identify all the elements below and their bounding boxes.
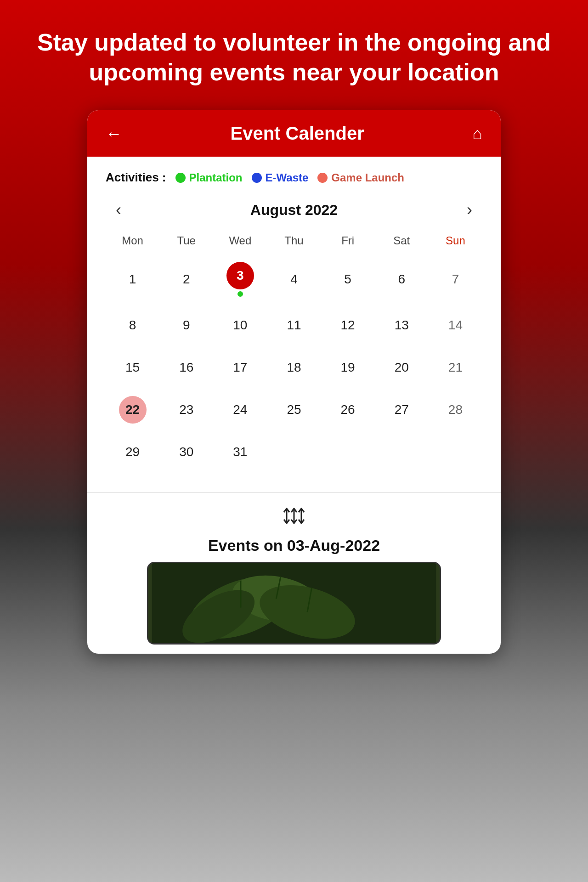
day-cell-21[interactable]: 21 [429, 347, 482, 388]
events-title: Events on 03-Aug-2022 [208, 537, 380, 554]
day-cell-empty-3 [375, 432, 429, 472]
day-cell-28[interactable]: 28 [429, 390, 482, 430]
month-nav: ‹ August 2022 › [106, 198, 482, 221]
ewaste-dot [252, 173, 262, 183]
day-cell-13[interactable]: 13 [375, 305, 429, 345]
plantation-label: Plantation [189, 171, 243, 184]
day-cell-3[interactable]: 3 [213, 255, 267, 303]
day-cell-4[interactable]: 4 [267, 255, 321, 303]
activity-game: Game Launch [317, 171, 404, 184]
day-cell-18[interactable]: 18 [267, 347, 321, 388]
month-label: August 2022 [250, 202, 338, 219]
back-button[interactable]: ← [106, 124, 122, 143]
event-dot-day3 [237, 291, 243, 297]
week-1: 1 2 3 4 5 6 7 [106, 255, 482, 303]
calendar-grid: Mon Tue Wed Thu Fri Sat Sun 1 2 3 4 5 6 … [106, 231, 482, 472]
calendar-body: Activities : Plantation E-Waste Game Lau… [87, 157, 501, 492]
card-header: ← Event Calender ⌂ [87, 110, 501, 157]
day-cell-24[interactable]: 24 [213, 390, 267, 430]
day-cell-empty-2 [321, 432, 375, 472]
day-cell-23[interactable]: 23 [159, 390, 213, 430]
day-cell-7[interactable]: 7 [429, 255, 482, 303]
day-cell-27[interactable]: 27 [375, 390, 429, 430]
day-cell-16[interactable]: 16 [159, 347, 213, 388]
day-cell-2[interactable]: 2 [159, 255, 213, 303]
day-cell-15[interactable]: 15 [106, 347, 159, 388]
day-cell-12[interactable]: 12 [321, 305, 375, 345]
day-cell-empty-4 [429, 432, 482, 472]
activities-row: Activities : Plantation E-Waste Game Lau… [106, 170, 482, 185]
day-cell-empty-1 [267, 432, 321, 472]
day-wed: Wed [213, 231, 267, 251]
day-cell-26[interactable]: 26 [321, 390, 375, 430]
week-2: 8 9 10 11 12 13 14 [106, 305, 482, 345]
calendar-day-headers: Mon Tue Wed Thu Fri Sat Sun [106, 231, 482, 251]
day-cell-22[interactable]: 22 [106, 390, 159, 430]
day-cell-29[interactable]: 29 [106, 432, 159, 472]
day-mon: Mon [106, 231, 159, 251]
main-card: ← Event Calender ⌂ Activities : Plantati… [87, 110, 501, 654]
game-label: Game Launch [331, 171, 404, 184]
event-thumbnail[interactable] [147, 562, 441, 645]
game-dot [317, 173, 328, 183]
activity-plantation: Plantation [175, 171, 243, 184]
day-tue: Tue [159, 231, 213, 251]
day-thu: Thu [267, 231, 321, 251]
day-cell-10[interactable]: 10 [213, 305, 267, 345]
events-section: Events on 03-Aug-2022 [87, 492, 501, 654]
day-cell-9[interactable]: 9 [159, 305, 213, 345]
home-button[interactable]: ⌂ [472, 124, 482, 143]
plantation-dot [175, 173, 186, 183]
week-4: 22 23 24 25 26 27 28 [106, 390, 482, 430]
day-cell-19[interactable]: 19 [321, 347, 375, 388]
week-5: 29 30 31 [106, 432, 482, 472]
day-fri: Fri [321, 231, 375, 251]
hero-text: Stay updated to volunteer in the ongoing… [0, 0, 588, 110]
day-cell-20[interactable]: 20 [375, 347, 429, 388]
day-cell-1[interactable]: 1 [106, 255, 159, 303]
day-cell-30[interactable]: 30 [159, 432, 213, 472]
prev-month-button[interactable]: ‹ [110, 198, 127, 221]
day-cell-6[interactable]: 6 [375, 255, 429, 303]
sort-icon[interactable] [283, 507, 305, 529]
activity-ewaste: E-Waste [252, 171, 309, 184]
day-cell-31[interactable]: 31 [213, 432, 267, 472]
day-cell-17[interactable]: 17 [213, 347, 267, 388]
day-cell-14[interactable]: 14 [429, 305, 482, 345]
page-title: Event Calender [231, 123, 364, 144]
day-sat: Sat [375, 231, 429, 251]
day-cell-11[interactable]: 11 [267, 305, 321, 345]
day-cell-5[interactable]: 5 [321, 255, 375, 303]
next-month-button[interactable]: › [461, 198, 478, 221]
day-sun: Sun [429, 231, 482, 251]
week-3: 15 16 17 18 19 20 21 [106, 347, 482, 388]
activities-label: Activities : [106, 170, 166, 185]
ewaste-label: E-Waste [266, 171, 309, 184]
day-cell-8[interactable]: 8 [106, 305, 159, 345]
day-cell-25[interactable]: 25 [267, 390, 321, 430]
